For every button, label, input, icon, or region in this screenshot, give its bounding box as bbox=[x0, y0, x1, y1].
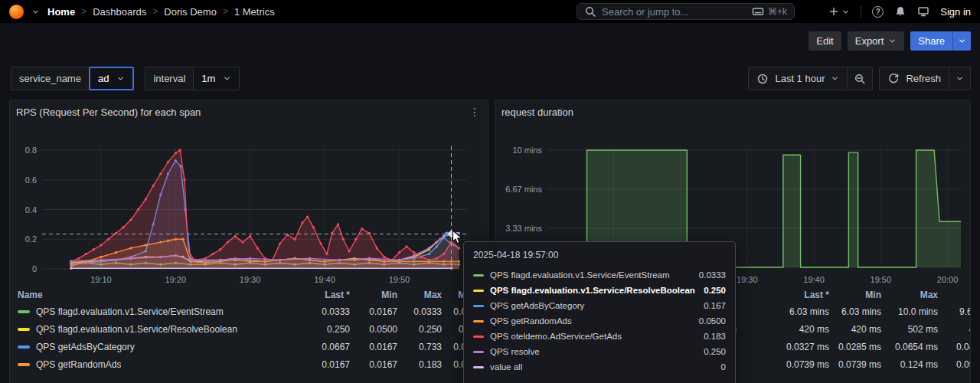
rps-chart[interactable]: 00.20.40.60.819:1019:2019:3019:4019:50 bbox=[18, 139, 477, 292]
service-name-select[interactable]: ad bbox=[89, 67, 134, 90]
breadcrumb-item[interactable]: Home bbox=[47, 6, 75, 18]
tooltip-series-value: 0.167 bbox=[704, 301, 726, 310]
point-marker bbox=[183, 178, 185, 181]
legend-value: 9.63 mins bbox=[938, 306, 971, 317]
panel-menu-icon[interactable]: ⋮ bbox=[469, 106, 480, 118]
point-marker bbox=[100, 259, 102, 261]
tooltip-series-value: 0 bbox=[721, 362, 726, 372]
legend-value: 6.03 mins bbox=[774, 306, 829, 317]
breadcrumb: Home>Dashboards>Doris Demo>1 Metrics bbox=[47, 6, 275, 18]
refresh-group: Refresh bbox=[879, 67, 971, 90]
tooltip-series-value: 0.183 bbox=[704, 332, 726, 341]
point-marker bbox=[376, 247, 378, 249]
grafana-logo[interactable] bbox=[9, 5, 24, 19]
time-range-picker[interactable]: Last 1 hour bbox=[748, 67, 848, 90]
legend-series-toggle[interactable]: QPS getAdsByCategory bbox=[18, 342, 301, 352]
legend-column-mean[interactable]: Mean bbox=[938, 290, 971, 300]
x-axis-label: 19:30 bbox=[737, 275, 758, 284]
x-axis-label: 19:40 bbox=[314, 275, 335, 284]
point-marker bbox=[189, 259, 191, 261]
legend-column-max[interactable]: Max bbox=[397, 290, 442, 300]
legend-row: QPS flagd.evaluation.v1.Service/EventStr… bbox=[18, 303, 482, 320]
search-input[interactable]: Search or jump to... ⌘+k bbox=[577, 3, 795, 20]
point-marker bbox=[211, 253, 214, 255]
help-button[interactable]: ? bbox=[872, 6, 884, 18]
search-shortcut: ⌘+k bbox=[752, 5, 787, 18]
panel-rps: RPS (Request Per Second) for each span ⋮… bbox=[9, 100, 488, 383]
rps-legend-table: NameLast *MinMaxMeanQPS flagd.evaluation… bbox=[18, 287, 482, 373]
series-name: QPS flagd.evaluation.v1.Service/ResolveB… bbox=[36, 324, 237, 335]
plus-icon bbox=[828, 5, 840, 18]
legend-series-toggle[interactable]: QPS flagd.evaluation.v1.Service/EventStr… bbox=[18, 306, 301, 317]
tooltip-row: QPS oteldemo.AdService/GetAds0.183 bbox=[473, 329, 726, 344]
interval-select[interactable]: 1m bbox=[193, 67, 240, 90]
export-button[interactable]: Export bbox=[848, 31, 905, 51]
legend-column-name[interactable]: Name bbox=[18, 290, 301, 300]
keyboard-icon bbox=[752, 5, 764, 18]
legend-row: QPS getAdsByCategory0.06670.01670.7330.0… bbox=[18, 338, 482, 355]
sign-in-button[interactable]: Sign in bbox=[940, 6, 971, 18]
point-marker bbox=[145, 198, 147, 200]
panel-title[interactable]: request duration bbox=[501, 106, 573, 118]
tooltip-series-label: QPS flagd.evaluation.v1.Service/ResolveB… bbox=[490, 286, 697, 295]
point-marker bbox=[122, 226, 124, 228]
legend-column-last[interactable]: Last * bbox=[301, 290, 350, 300]
refresh-interval-dropdown[interactable] bbox=[949, 67, 971, 90]
time-controls: Last 1 hour Refresh bbox=[748, 67, 971, 90]
monitor-icon bbox=[917, 5, 929, 18]
y-axis-label: 6.67 mins bbox=[505, 185, 542, 194]
series-color-swatch bbox=[18, 345, 30, 349]
point-marker bbox=[413, 251, 415, 254]
legend-series-toggle[interactable]: QPS getRandomAds bbox=[18, 359, 301, 370]
chevron-down-icon bbox=[831, 74, 839, 83]
chevron-down-icon[interactable] bbox=[31, 8, 40, 16]
y-axis-label: 0.2 bbox=[25, 234, 37, 244]
edit-button[interactable]: Edit bbox=[808, 31, 841, 51]
point-marker bbox=[70, 267, 72, 270]
series-name: QPS getAdsByCategory bbox=[36, 342, 135, 352]
breadcrumb-item[interactable]: Dashboards bbox=[93, 6, 146, 18]
bell-icon bbox=[894, 5, 906, 18]
refresh-icon bbox=[887, 73, 900, 85]
point-marker bbox=[279, 259, 281, 261]
breadcrumb-item[interactable]: Doris Demo bbox=[164, 6, 217, 18]
point-marker bbox=[70, 260, 72, 263]
tooltip-series-label: QPS resolve bbox=[490, 347, 697, 356]
point-marker bbox=[338, 259, 341, 261]
tooltip-series-label: QPS oteldemo.AdService/GetAds bbox=[490, 332, 697, 341]
legend-value: 0.124 ms bbox=[881, 359, 938, 370]
panel-header[interactable]: request duration bbox=[495, 100, 970, 123]
legend-column-last[interactable]: Last * bbox=[774, 290, 829, 300]
y-axis-label: 10 mins bbox=[512, 146, 542, 155]
legend-value: 0.0167 bbox=[301, 359, 350, 370]
legend-column-min[interactable]: Min bbox=[829, 290, 881, 300]
tooltip-row: QPS flagd.evaluation.v1.Service/EventStr… bbox=[473, 267, 726, 283]
point-marker bbox=[85, 253, 87, 255]
point-marker bbox=[137, 208, 139, 211]
breadcrumb-item[interactable]: 1 Metrics bbox=[234, 6, 275, 18]
panel-header[interactable]: RPS (Request Per Second) for each span bbox=[10, 100, 488, 123]
tooltip-timestamp: 2025-04-18 19:57:00 bbox=[473, 250, 726, 260]
point-marker bbox=[405, 245, 407, 247]
refresh-button[interactable]: Refresh bbox=[879, 67, 949, 90]
chevron-down-icon bbox=[116, 74, 125, 83]
legend-series-toggle[interactable]: QPS flagd.evaluation.v1.Service/ResolveB… bbox=[18, 324, 301, 335]
legend-value: 0.0458 ms bbox=[938, 342, 971, 352]
legend-column-max[interactable]: Max bbox=[881, 290, 938, 300]
zoom-out-button[interactable] bbox=[848, 67, 873, 90]
help-icon: ? bbox=[872, 6, 884, 18]
point-marker bbox=[234, 235, 237, 237]
screen-share-button[interactable] bbox=[917, 5, 929, 18]
legend-row: QPS getRandomAds0.01670.01670.1830.0639 bbox=[18, 355, 482, 373]
notifications-button[interactable] bbox=[894, 5, 906, 18]
new-menu-button[interactable] bbox=[828, 5, 850, 18]
edit-button-label: Edit bbox=[816, 35, 833, 47]
legend-value: 0.733 bbox=[397, 342, 442, 352]
series-color-swatch bbox=[18, 363, 30, 366]
chevron-down-icon bbox=[841, 8, 850, 16]
panel-title[interactable]: RPS (Request Per Second) for each span bbox=[16, 106, 201, 118]
legend-column-min[interactable]: Min bbox=[350, 290, 397, 300]
legend-value: 502 ms bbox=[881, 324, 938, 335]
share-dropdown-button[interactable] bbox=[952, 31, 971, 51]
share-button[interactable]: Share bbox=[910, 31, 952, 51]
